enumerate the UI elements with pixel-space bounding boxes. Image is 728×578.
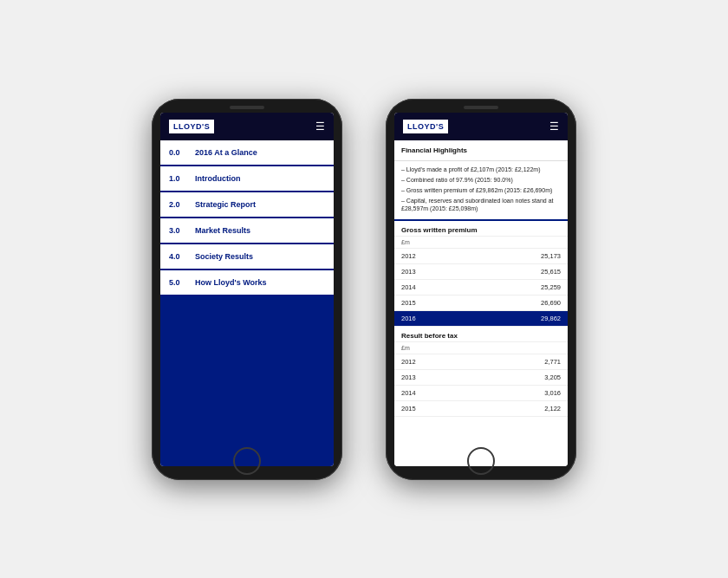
nav-item-0[interactable]: 0.0 2016 At a Glance [160,140,334,165]
year-2014-tax: 2014 [401,389,416,397]
lloyds-logo-right: LLOYD'S [403,120,448,133]
gross-premium-title: Gross written premium [394,221,568,237]
navigation-list: 0.0 2016 At a Glance 1.0 Introduction 2.… [160,140,334,466]
gross-row-2014: 2014 25,259 [394,280,568,295]
nav-item-4[interactable]: 4.0 Society Results [160,244,334,269]
result-tax-unit: £m [394,342,568,354]
nav-num-0: 0.0 [169,148,188,157]
nav-item-1[interactable]: 1.0 Introduction [160,166,334,191]
tax-row-2013: 2013 3,205 [394,370,568,386]
value-2012-tax: 2,771 [544,358,561,366]
gross-row-2012: 2012 25,173 [394,249,568,264]
year-2015-tax: 2015 [401,405,416,412]
gross-row-2013: 2013 25,615 [394,264,568,280]
nav-num-1: 1.0 [169,174,188,183]
nav-num-5: 5.0 [169,278,188,287]
financial-highlights-header: Financial Highlights [394,140,568,161]
hamburger-icon-right[interactable]: ☰ [549,120,559,133]
left-phone: LLOYD'S ☰ 0.0 2016 At a Glance 1.0 Intro… [152,99,342,480]
nav-label-4: Society Results [195,252,253,261]
phones-container: LLOYD'S ☰ 0.0 2016 At a Glance 1.0 Intro… [152,99,576,480]
gross-row-2015: 2015 26,690 [394,295,568,311]
year-2012-tax: 2012 [401,358,416,366]
value-2012-gp: 25,173 [541,252,561,260]
lloyds-logo-left: LLOYD'S [169,120,214,133]
result-tax-section: Result before tax £m 2012 2,771 2013 3,2… [394,327,568,417]
tax-row-2014: 2014 3,016 [394,386,568,401]
left-phone-screen: LLOYD'S ☰ 0.0 2016 At a Glance 1.0 Intro… [160,113,334,466]
hamburger-icon-left[interactable]: ☰ [315,120,325,133]
year-2013-tax: 2013 [401,373,416,381]
left-app-header: LLOYD'S ☰ [160,113,334,140]
nav-num-3: 3.0 [169,226,188,235]
nav-item-3[interactable]: 3.0 Market Results [160,218,334,243]
value-2013-tax: 3,205 [544,373,561,381]
year-2012-gp: 2012 [401,252,416,260]
content-area: Financial Highlights – Lloyd's made a pr… [394,140,568,466]
nav-label-2: Strategic Report [195,200,256,209]
right-phone-screen: LLOYD'S ☰ Financial Highlights – Lloyd's… [394,113,568,466]
value-2015-gp: 26,690 [541,299,561,307]
right-phone: LLOYD'S ☰ Financial Highlights – Lloyd's… [386,99,576,480]
nav-label-5: How Lloyd's Works [195,278,267,287]
year-2016-gp: 2016 [401,315,416,322]
nav-label-0: 2016 At a Glance [195,148,257,157]
gross-row-2016: 2016 29,862 [394,311,568,327]
result-tax-title: Result before tax [394,327,568,342]
nav-num-2: 2.0 [169,200,188,209]
bullet-0: – Lloyd's made a profit of £2,107m (2015… [401,166,561,173]
right-app-header: LLOYD'S ☰ [394,113,568,140]
year-2015-gp: 2015 [401,299,416,307]
financial-highlights-title: Financial Highlights [401,146,561,154]
bullet-3: – Capital, reserves and subordinated loa… [401,197,561,212]
nav-label-1: Introduction [195,174,241,183]
value-2014-tax: 3,016 [544,389,561,397]
value-2013-gp: 25,615 [541,268,561,276]
gross-premium-unit: £m [394,237,568,249]
nav-item-5[interactable]: 5.0 How Lloyd's Works [160,270,334,295]
bullet-2: – Gross written premium of £29,862m (201… [401,186,561,194]
nav-item-2[interactable]: 2.0 Strategic Report [160,192,334,217]
value-2015-tax: 2,122 [544,405,561,412]
nav-label-3: Market Results [195,226,250,235]
bullet-1: – Combined ratio of 97.9% (2015: 90.0%) [401,176,561,184]
year-2013-gp: 2013 [401,268,416,276]
value-2014-gp: 25,259 [541,283,561,291]
gross-premium-section: Gross written premium £m 2012 25,173 201… [394,221,568,327]
tax-row-2012: 2012 2,771 [394,354,568,370]
nav-num-4: 4.0 [169,252,188,261]
year-2014-gp: 2014 [401,283,416,291]
tax-row-2015: 2015 2,122 [394,401,568,417]
value-2016-gp: 29,862 [541,315,561,322]
financial-highlights-bullets: – Lloyd's made a profit of £2,107m (2015… [394,161,568,221]
